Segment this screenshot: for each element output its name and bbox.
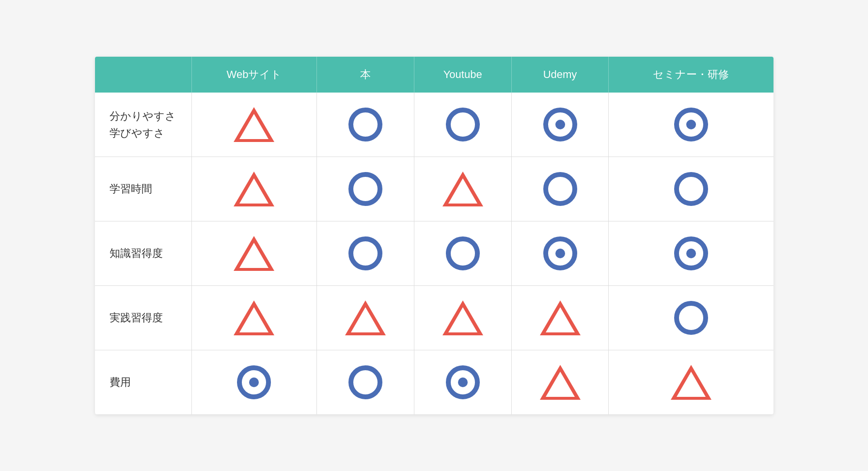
circle-icon xyxy=(674,172,708,206)
cell-2-4 xyxy=(609,221,773,286)
cell-4-2 xyxy=(414,350,511,415)
cell-3-0 xyxy=(192,286,317,350)
comparison-table: Webサイト 本 Youtube Udemy セミナー・研修 分かりやすさ 学び… xyxy=(95,57,773,414)
table-row: 分かりやすさ 学びやすさ xyxy=(95,93,773,157)
row-label-2: 知識習得度 xyxy=(95,221,192,286)
table-row: 知識習得度 xyxy=(95,221,773,286)
header-col0 xyxy=(95,57,192,93)
circle-icon xyxy=(348,365,382,399)
circle-icon xyxy=(348,172,382,206)
cell-3-2 xyxy=(414,286,511,350)
cell-4-3 xyxy=(511,350,609,415)
circle-icon xyxy=(543,172,577,206)
bullseye-icon xyxy=(446,365,480,399)
row-label-0: 分かりやすさ 学びやすさ xyxy=(95,93,192,157)
triangle-icon xyxy=(234,107,274,142)
header-col4: Udemy xyxy=(511,57,609,93)
triangle-icon xyxy=(540,365,581,400)
triangle-icon xyxy=(234,236,274,271)
cell-3-3 xyxy=(511,286,609,350)
cell-4-0 xyxy=(192,350,317,415)
bullseye-icon xyxy=(237,365,271,399)
circle-icon xyxy=(674,301,708,335)
triangle-icon xyxy=(671,365,711,400)
cell-1-3 xyxy=(511,157,609,221)
circle-icon xyxy=(446,236,480,270)
bullseye-icon xyxy=(543,108,577,141)
bullseye-icon xyxy=(674,236,708,270)
circle-icon xyxy=(446,108,480,141)
bullseye-icon xyxy=(674,108,708,141)
header-col5: セミナー・研修 xyxy=(609,57,773,93)
cell-0-3 xyxy=(511,93,609,157)
triangle-icon xyxy=(442,300,483,335)
table-row: 実践習得度 xyxy=(95,286,773,350)
triangle-icon xyxy=(442,172,483,206)
cell-3-1 xyxy=(316,286,414,350)
cell-2-1 xyxy=(316,221,414,286)
cell-0-2 xyxy=(414,93,511,157)
cell-1-1 xyxy=(316,157,414,221)
table-row: 費用 xyxy=(95,350,773,415)
triangle-icon xyxy=(234,172,274,206)
cell-2-0 xyxy=(192,221,317,286)
triangle-icon xyxy=(234,300,274,335)
bullseye-icon xyxy=(543,236,577,270)
row-label-4: 費用 xyxy=(95,350,192,415)
row-label-3: 実践習得度 xyxy=(95,286,192,350)
header-row: Webサイト 本 Youtube Udemy セミナー・研修 xyxy=(95,57,773,93)
header-col1: Webサイト xyxy=(192,57,317,93)
triangle-icon xyxy=(540,300,581,335)
cell-1-2 xyxy=(414,157,511,221)
cell-2-3 xyxy=(511,221,609,286)
cell-4-1 xyxy=(316,350,414,415)
header-col3: Youtube xyxy=(414,57,511,93)
cell-2-2 xyxy=(414,221,511,286)
cell-1-4 xyxy=(609,157,773,221)
circle-icon xyxy=(348,236,382,270)
cell-3-4 xyxy=(609,286,773,350)
cell-0-4 xyxy=(609,93,773,157)
header-col2: 本 xyxy=(316,57,414,93)
cell-0-0 xyxy=(192,93,317,157)
table-row: 学習時間 xyxy=(95,157,773,221)
cell-0-1 xyxy=(316,93,414,157)
cell-1-0 xyxy=(192,157,317,221)
circle-icon xyxy=(348,108,382,141)
cell-4-4 xyxy=(609,350,773,415)
triangle-icon xyxy=(345,300,386,335)
row-label-1: 学習時間 xyxy=(95,157,192,221)
